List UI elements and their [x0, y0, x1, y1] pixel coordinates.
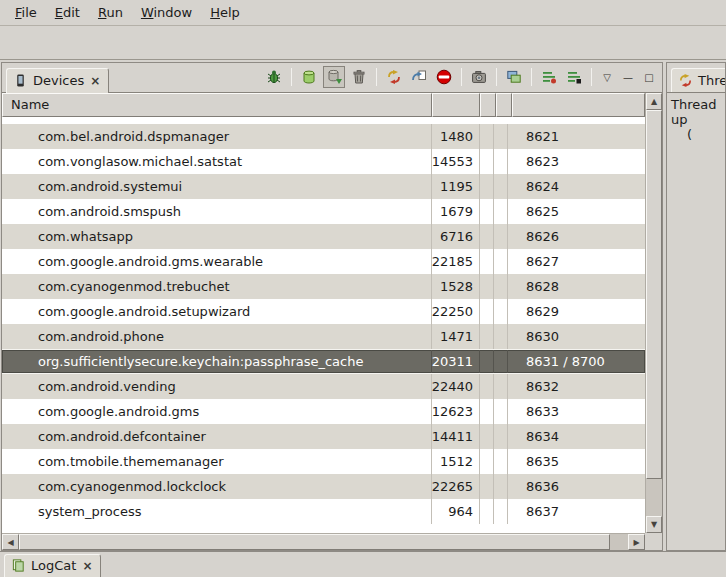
process-name: com.android.vending — [2, 374, 432, 399]
process-name: com.bel.android.dspmanager — [2, 124, 432, 149]
process-pid: 12623 — [432, 399, 480, 424]
process-pid: 20311 — [432, 350, 480, 373]
scroll-left-icon[interactable]: ◀ — [2, 534, 19, 550]
partial-row — [2, 117, 645, 124]
process-row[interactable]: com.cyanogenmod.trebuchet15288628 — [2, 274, 645, 299]
status-col — [480, 350, 494, 373]
vertical-scroll-track[interactable] — [646, 110, 662, 516]
status-col — [480, 199, 494, 224]
update-threads-icon[interactable] — [383, 66, 405, 88]
status-col — [494, 274, 508, 299]
cause-gc-icon[interactable] — [348, 66, 370, 88]
process-row[interactable]: org.sufficientlysecure.keychain:passphra… — [2, 349, 645, 374]
stop-process-icon[interactable] — [433, 66, 455, 88]
update-heap-icon[interactable] — [298, 66, 320, 88]
view-menu-icon[interactable]: ▽ — [598, 68, 616, 86]
process-row[interactable]: com.android.vending224408632 — [2, 374, 645, 399]
status-col — [480, 399, 494, 424]
tab-devices-label: Devices — [33, 73, 84, 88]
dump-threads-icon[interactable] — [408, 66, 430, 88]
close-icon[interactable]: × — [89, 74, 101, 88]
process-name: org.sufficientlysecure.keychain:passphra… — [2, 350, 432, 373]
debug-icon[interactable] — [263, 66, 285, 88]
horizontal-scrollbar[interactable]: ◀ ▶ — [2, 533, 645, 550]
status-col — [494, 249, 508, 274]
process-pid: 22440 — [432, 374, 480, 399]
process-name: com.vonglasow.michael.satstat — [2, 149, 432, 174]
column-header-pid[interactable] — [432, 93, 480, 117]
main-toolbar — [0, 26, 726, 60]
process-port: 8637 — [508, 499, 645, 524]
minimize-icon[interactable]: — — [619, 68, 637, 86]
status-col — [494, 374, 508, 399]
horizontal-scroll-track[interactable] — [19, 534, 628, 550]
horizontal-scroll-thumb[interactable] — [19, 534, 610, 550]
process-row[interactable]: com.google.android.gms126238633 — [2, 399, 645, 424]
toolbar-separator — [376, 68, 377, 86]
process-table: Name com.bel.android.dspmanager14808621c… — [2, 93, 662, 550]
toolbar-separator — [291, 68, 292, 86]
menu-bar: FileEditRunWindowHelp — [0, 0, 726, 26]
process-row[interactable]: com.bel.android.dspmanager14808621 — [2, 124, 645, 149]
menu-run[interactable]: Run — [89, 2, 132, 23]
process-name: com.whatsapp — [2, 224, 432, 249]
process-row[interactable]: com.android.phone14718630 — [2, 324, 645, 349]
process-row[interactable]: com.google.android.setupwizard222508629 — [2, 299, 645, 324]
menu-help[interactable]: Help — [201, 2, 249, 23]
tab-logcat[interactable]: LogCat × — [4, 554, 101, 577]
column-header-name[interactable]: Name — [2, 93, 432, 117]
process-name: com.tmobile.thememanager — [2, 449, 432, 474]
dump-hprof-icon[interactable] — [323, 66, 345, 88]
scroll-right-icon[interactable]: ▶ — [628, 534, 645, 550]
process-row[interactable]: com.google.android.gms.wearable221858627 — [2, 249, 645, 274]
tab-logcat-label: LogCat — [31, 558, 76, 573]
menu-file[interactable]: File — [6, 2, 46, 23]
screen-capture-icon[interactable] — [468, 66, 490, 88]
threads-icon — [678, 73, 693, 88]
process-table-body: com.bel.android.dspmanager14808621com.vo… — [2, 117, 645, 533]
logcat-icon — [11, 558, 26, 573]
process-row[interactable]: com.android.smspush16798625 — [2, 199, 645, 224]
process-row[interactable]: com.android.systemui11958624 — [2, 174, 645, 199]
scroll-down-icon[interactable]: ▼ — [646, 516, 662, 533]
scrollbar-corner — [645, 533, 662, 550]
toolbar-separator — [531, 68, 532, 86]
process-name: com.android.defcontainer — [2, 424, 432, 449]
close-icon[interactable]: × — [81, 559, 93, 573]
toolbar-separator — [591, 68, 592, 86]
process-row[interactable]: com.whatsapp67168626 — [2, 224, 645, 249]
process-port: 8630 — [508, 324, 645, 349]
maximize-icon[interactable]: □ — [640, 68, 658, 86]
menu-window[interactable]: Window — [132, 2, 201, 23]
devices-view: Devices × — [1, 62, 663, 551]
status-col — [494, 499, 508, 524]
start-method-profiling-icon[interactable] — [538, 66, 560, 88]
process-row[interactable]: com.vonglasow.michael.satstat145538623 — [2, 149, 645, 174]
process-port: 8635 — [508, 449, 645, 474]
vertical-scrollbar[interactable]: ▲ ▼ — [645, 93, 662, 533]
process-port: 8636 — [508, 474, 645, 499]
process-row[interactable]: system_process9648637 — [2, 499, 645, 524]
status-col — [494, 474, 508, 499]
process-row[interactable]: com.cyanogenmod.lockclock222658636 — [2, 474, 645, 499]
process-pid: 14553 — [432, 149, 480, 174]
screen-record-icon[interactable] — [503, 66, 525, 88]
devices-tabbar: Devices × — [2, 63, 662, 93]
scroll-up-icon[interactable]: ▲ — [646, 93, 662, 110]
process-row[interactable]: com.android.defcontainer144118634 — [2, 424, 645, 449]
status-col — [494, 449, 508, 474]
tab-threads[interactable]: Threa — [671, 68, 725, 93]
vertical-scroll-thumb[interactable] — [646, 110, 662, 479]
status-col — [494, 399, 508, 424]
column-header-status2[interactable] — [496, 93, 512, 117]
stop-method-profiling-icon[interactable] — [563, 66, 585, 88]
column-header-status1[interactable] — [480, 93, 496, 117]
column-header-port[interactable] — [512, 93, 645, 117]
status-col — [494, 224, 508, 249]
menu-edit[interactable]: Edit — [46, 2, 89, 23]
process-port: 8625 — [508, 199, 645, 224]
process-name: system_process — [2, 499, 432, 524]
tab-devices[interactable]: Devices × — [6, 68, 109, 93]
process-row[interactable]: com.tmobile.thememanager15128635 — [2, 449, 645, 474]
threads-tabbar: Threa — [667, 63, 725, 93]
